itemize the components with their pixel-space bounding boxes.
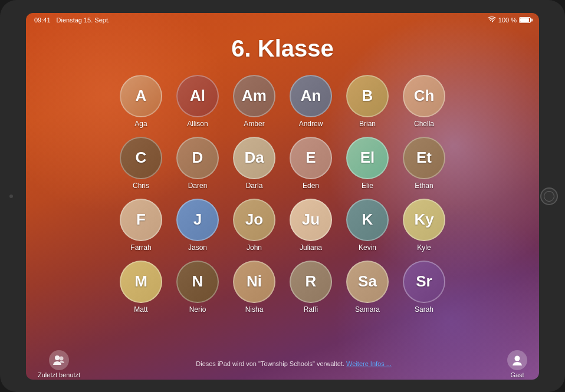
student-avatar-kyle: Ky [403, 199, 445, 241]
student-name-kyle: Kyle [417, 243, 431, 252]
guest-button[interactable]: Gast [507, 350, 527, 378]
student-name-brian: Brian [359, 120, 376, 128]
camera [9, 195, 13, 198]
student-sarah[interactable]: SrSarah [398, 258, 450, 320]
student-name-aga: Aga [134, 120, 147, 128]
person-group-icon [52, 354, 65, 366]
student-avatar-kevin: K [346, 199, 389, 241]
student-avatar-matt: M [120, 261, 162, 303]
ipad-frame: 09:41 Dienstag 15. Sept. 100 % [0, 0, 565, 392]
student-avatar-farrah: F [120, 199, 162, 241]
svg-point-2 [515, 355, 520, 361]
last-used-avatar [49, 350, 69, 370]
status-time: 09:41 [34, 17, 51, 24]
main-content: 6. Klasse AAgaAlAllisonAmAmberAnAndrewBB… [26, 27, 539, 380]
student-amber[interactable]: AmAmber [228, 73, 280, 134]
student-farrah[interactable]: FFarrah [115, 196, 167, 258]
student-name-farrah: Farrah [130, 243, 151, 252]
student-avatar-brian: B [346, 75, 389, 117]
battery-icon [519, 17, 531, 23]
student-avatar-chris: C [120, 137, 162, 179]
student-name-sarah: Sarah [415, 305, 433, 314]
student-name-elie: Elie [362, 182, 373, 190]
student-avatar-aga: A [120, 75, 162, 117]
bottom-bar: Zuletzt benutzt Dieses iPad wird von "To… [26, 349, 539, 380]
battery-percent: 100 % [498, 17, 517, 24]
status-left: 09:41 Dienstag 15. Sept. [34, 17, 110, 24]
student-avatar-amber: Am [233, 75, 275, 117]
student-avatar-samara: Sa [346, 261, 389, 303]
student-name-allison: Allison [187, 120, 208, 128]
student-name-matt: Matt [134, 305, 147, 314]
managed-by-text: Dieses iPad wird von "Township Schools" … [196, 360, 344, 367]
battery-fill [520, 18, 529, 22]
more-info-link[interactable]: Weitere Infos ... [346, 360, 392, 367]
page-title: 6. Klasse [231, 35, 333, 62]
student-avatar-juliana: Ju [290, 199, 332, 241]
student-elie[interactable]: ElElie [341, 134, 393, 196]
student-name-chella: Chella [414, 120, 434, 128]
student-avatar-andrew: An [290, 75, 332, 117]
student-allison[interactable]: AlAllison [172, 73, 224, 134]
student-name-ethan: Ethan [415, 182, 433, 190]
student-nisha[interactable]: NiNisha [228, 258, 280, 320]
student-avatar-allison: Al [176, 75, 219, 117]
student-name-jason: Jason [188, 243, 207, 252]
svg-point-0 [55, 355, 60, 360]
student-name-nisha: Nisha [245, 305, 264, 314]
student-kevin[interactable]: KKevin [341, 196, 393, 258]
student-name-raffi: Raffi [304, 305, 318, 314]
student-andrew[interactable]: AnAndrew [285, 73, 337, 134]
student-avatar-elie: El [346, 137, 389, 179]
student-matt[interactable]: MMatt [115, 258, 167, 320]
status-date: Dienstag 15. Sept. [57, 17, 110, 24]
home-button[interactable] [540, 187, 558, 205]
student-eden[interactable]: EEden [285, 134, 337, 196]
bottom-info-text: Dieses iPad wird von "Township Schools" … [196, 360, 392, 368]
student-name-eden: Eden [303, 182, 319, 190]
last-used-button[interactable]: Zuletzt benutzt [38, 350, 80, 378]
student-avatar-darla: Da [233, 137, 275, 179]
student-name-amber: Amber [244, 120, 264, 128]
student-avatar-nisha: Ni [233, 261, 275, 303]
student-juliana[interactable]: JuJuliana [285, 196, 337, 258]
student-avatar-nerio: N [176, 261, 219, 303]
students-grid: AAgaAlAllisonAmAmberAnAndrewBBrianChChel… [115, 73, 450, 320]
home-button-inner [544, 191, 554, 202]
student-avatar-raffi: R [290, 261, 332, 303]
student-nerio[interactable]: NNerio [172, 258, 224, 320]
student-name-chris: Chris [133, 182, 149, 190]
student-chella[interactable]: ChChella [398, 73, 450, 134]
student-jason[interactable]: JJason [172, 196, 224, 258]
student-name-kevin: Kevin [359, 243, 376, 252]
status-bar: 09:41 Dienstag 15. Sept. 100 % [26, 13, 539, 27]
wifi-icon [488, 16, 496, 24]
student-avatar-eden: E [290, 137, 332, 179]
status-right: 100 % [488, 16, 531, 24]
student-avatar-chella: Ch [403, 75, 445, 117]
student-avatar-jason: J [176, 199, 219, 241]
student-name-andrew: Andrew [299, 120, 323, 128]
student-john[interactable]: JoJohn [228, 196, 280, 258]
student-brian[interactable]: BBrian [341, 73, 393, 134]
person-icon [511, 354, 523, 366]
student-name-samara: Samara [355, 305, 380, 314]
student-name-daren: Daren [188, 182, 208, 190]
svg-point-1 [60, 356, 64, 360]
student-daren[interactable]: DDaren [172, 134, 224, 196]
student-name-juliana: Juliana [300, 243, 322, 252]
student-avatar-sarah: Sr [403, 261, 445, 303]
guest-avatar [507, 350, 527, 370]
student-name-nerio: Nerio [189, 305, 206, 314]
student-samara[interactable]: SaSamara [341, 258, 393, 320]
student-avatar-john: Jo [233, 199, 275, 241]
student-raffi[interactable]: RRaffi [285, 258, 337, 320]
student-darla[interactable]: DaDarla [228, 134, 280, 196]
student-avatar-ethan: Et [403, 137, 445, 179]
student-aga[interactable]: AAga [115, 73, 167, 134]
student-kyle[interactable]: KyKyle [398, 196, 450, 258]
student-ethan[interactable]: EtEthan [398, 134, 450, 196]
screen: 09:41 Dienstag 15. Sept. 100 % [26, 13, 539, 380]
student-chris[interactable]: CChris [115, 134, 167, 196]
student-name-john: John [247, 243, 262, 252]
